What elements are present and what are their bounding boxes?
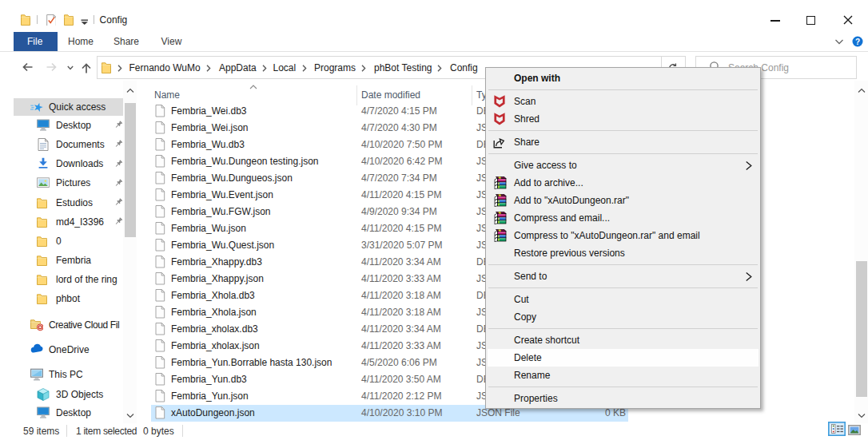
svg-text:?: ? — [855, 38, 860, 46]
